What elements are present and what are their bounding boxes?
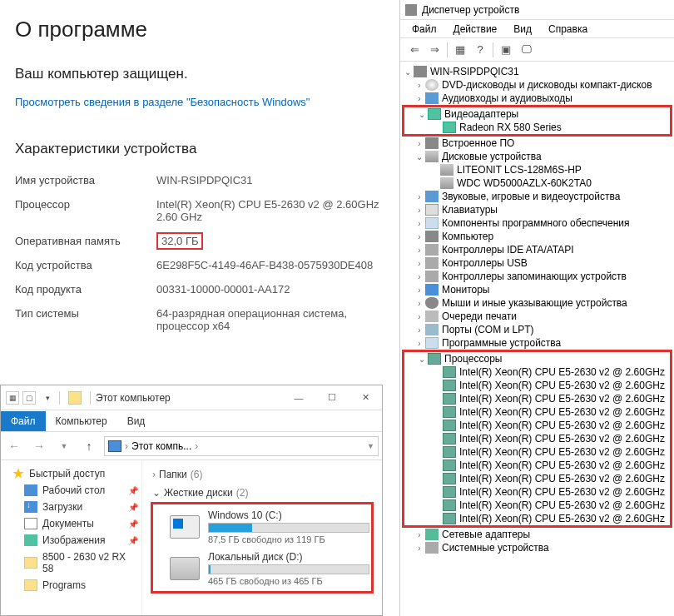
sidebar-downloads[interactable]: Загрузки 📌 <box>1 499 141 515</box>
qat-folder-icon[interactable]: ▢ <box>22 391 36 405</box>
tree-mouse[interactable]: ›Мыши и иные указывающие устройства <box>402 296 672 310</box>
tree-computer[interactable]: ›Компьютер <box>402 230 672 243</box>
toolbar-monitor-icon[interactable]: 🖵 <box>517 41 535 59</box>
tree-firmware[interactable]: ›Встроенное ПО <box>402 137 672 150</box>
menu-help[interactable]: Справка <box>542 22 594 37</box>
nav-up-button[interactable]: ↑ <box>79 436 99 456</box>
tree-cpu-item[interactable]: Intel(R) Xeon(R) CPU E5-2630 v2 @ 2.60GH… <box>404 459 670 472</box>
expand-icon[interactable]: › <box>414 299 425 308</box>
qat-dropdown-icon[interactable]: ▾ <box>41 391 54 405</box>
collapse-icon[interactable]: ⌄ <box>414 152 425 161</box>
expand-icon[interactable]: › <box>414 81 425 90</box>
expand-icon[interactable]: › <box>414 94 425 103</box>
menu-view[interactable]: Вид <box>507 22 538 37</box>
breadcrumb-segment[interactable]: Этот компь... <box>131 440 191 452</box>
security-link[interactable]: Просмотреть сведения в разделе "Безопасн… <box>15 94 384 111</box>
tree-gpu[interactable]: Radeon RX 580 Series <box>404 121 670 134</box>
sidebar-quick-access[interactable]: Быстрый доступ <box>1 465 141 482</box>
collapse-icon[interactable]: ⌄ <box>402 67 414 77</box>
tab-computer[interactable]: Компьютер <box>46 411 117 431</box>
tree-cpu-item[interactable]: Intel(R) Xeon(R) CPU E5-2630 v2 @ 2.60GH… <box>404 445 670 459</box>
expand-icon[interactable]: › <box>414 192 425 201</box>
expand-icon[interactable]: › <box>414 246 425 255</box>
disk-c[interactable]: Windows 10 (C:) 87,5 ГБ свободно из 119 … <box>155 506 369 548</box>
tree-disks[interactable]: ⌄Дисковые устройства <box>402 150 672 163</box>
tree-ide[interactable]: ›Контроллеры IDE ATA/ATAPI <box>402 243 672 256</box>
nav-back-button[interactable]: ← <box>4 436 24 456</box>
tree-cpu-item[interactable]: Intel(R) Xeon(R) CPU E5-2630 v2 @ 2.60GH… <box>404 512 670 525</box>
expand-icon[interactable]: › <box>414 286 425 295</box>
close-button[interactable]: ✕ <box>349 386 382 410</box>
sidebar-documents[interactable]: Документы 📌 <box>1 515 141 532</box>
tree-progdev[interactable]: ›Программные устройства <box>402 336 672 350</box>
sidebar-pictures[interactable]: Изображения 📌 <box>1 532 141 549</box>
tab-file[interactable]: Файл <box>1 411 46 431</box>
qat-properties-icon[interactable]: ▦ <box>6 391 19 405</box>
expand-icon[interactable]: › <box>414 139 425 148</box>
tree-disk-item[interactable]: LITEONIT LCS-128M6S-HP <box>402 163 672 176</box>
expand-icon[interactable]: › <box>414 232 425 241</box>
expand-icon[interactable]: › <box>414 219 425 228</box>
sidebar-folder[interactable]: Programs <box>1 577 141 594</box>
expand-icon[interactable]: › <box>414 312 425 321</box>
tree-sound[interactable]: ›Звуковые, игровые и видеоустройства <box>402 190 672 203</box>
tree-root[interactable]: ⌄ WIN-RSIPDPQIC31 <box>402 65 672 78</box>
tree-cpu-item[interactable]: Intel(R) Xeon(R) CPU E5-2630 v2 @ 2.60GH… <box>404 485 670 499</box>
expand-icon[interactable]: › <box>414 272 425 281</box>
tree-cpu-item[interactable]: Intel(R) Xeon(R) CPU E5-2630 v2 @ 2.60GH… <box>404 405 670 419</box>
tree-cpu-item[interactable]: Intel(R) Xeon(R) CPU E5-2630 v2 @ 2.60GH… <box>404 472 670 485</box>
collapse-icon[interactable]: ⌄ <box>416 110 428 119</box>
minimize-button[interactable]: — <box>282 386 315 410</box>
expand-icon[interactable]: › <box>414 325 425 335</box>
tree-storage[interactable]: ›Контроллеры запоминающих устройств <box>402 270 672 283</box>
expand-icon[interactable]: › <box>414 530 425 539</box>
toolbar-forward-icon[interactable]: ⇒ <box>425 41 444 59</box>
section-folders[interactable]: › Папки (6) <box>151 465 374 484</box>
expand-icon[interactable]: › <box>414 544 425 553</box>
tree-ports[interactable]: ›Порты (COM и LPT) <box>402 323 672 336</box>
tree-print[interactable]: ›Очереди печати <box>402 310 672 323</box>
expand-icon[interactable]: › <box>414 206 425 215</box>
tree-processors[interactable]: ⌄Процессоры <box>404 352 670 365</box>
collapse-icon[interactable]: ⌄ <box>416 355 428 364</box>
nav-history-dropdown[interactable]: ▼ <box>54 436 74 456</box>
tree-cpu-item[interactable]: Intel(R) Xeon(R) CPU E5-2630 v2 @ 2.60GH… <box>404 379 670 392</box>
tree-audio[interactable]: ›Аудиовходы и аудиовыходы <box>402 92 672 105</box>
address-bar[interactable]: › Этот компь... › ▼ <box>104 436 379 456</box>
tree-keyboard[interactable]: ›Клавиатуры <box>402 203 672 216</box>
nav-forward-button[interactable]: → <box>29 436 49 456</box>
maximize-button[interactable]: ☐ <box>315 386 349 410</box>
tree-system[interactable]: ›Системные устройства <box>402 541 672 554</box>
tree-video-adapters[interactable]: ⌄Видеоадаптеры <box>404 107 670 121</box>
tree-usb[interactable]: ›Контроллеры USB <box>402 256 672 270</box>
tab-view[interactable]: Вид <box>117 411 156 431</box>
menu-file[interactable]: Файл <box>405 22 444 37</box>
tree-monitors[interactable]: ›Мониторы <box>402 283 672 296</box>
tree-network[interactable]: ›Сетевые адаптеры <box>402 528 672 541</box>
tree-software[interactable]: ›Компоненты программного обеспечения <box>402 216 672 230</box>
tree-cpu-item[interactable]: Intel(R) Xeon(R) CPU E5-2630 v2 @ 2.60GH… <box>404 499 670 512</box>
section-disks[interactable]: ⌄ Жесткие диски (2) <box>151 484 374 502</box>
toolbar-scan-icon[interactable]: ▣ <box>497 41 515 59</box>
tree-label: WIN-RSIPDPQIC31 <box>430 66 519 77</box>
tree-cpu-item[interactable]: Intel(R) Xeon(R) CPU E5-2630 v2 @ 2.60GH… <box>404 392 670 405</box>
sidebar-folder[interactable]: 8500 - 2630 v2 RX 58 <box>1 549 141 577</box>
tree-cpu-item[interactable]: Intel(R) Xeon(R) CPU E5-2630 v2 @ 2.60GH… <box>404 432 670 445</box>
address-dropdown-icon[interactable]: ▼ <box>367 442 374 450</box>
disk-name: Локальный диск (D:) <box>208 551 369 563</box>
toolbar-view-icon[interactable]: ▦ <box>451 41 469 59</box>
tree-label: Аудиовходы и аудиовыходы <box>442 92 572 104</box>
tree-cpu-item[interactable]: Intel(R) Xeon(R) CPU E5-2630 v2 @ 2.60GH… <box>404 419 670 432</box>
menu-action[interactable]: Действие <box>447 22 504 37</box>
toolbar-back-icon[interactable]: ⇐ <box>405 41 424 59</box>
tree-dvd[interactable]: ›DVD-дисководы и дисководы компакт-диско… <box>402 78 672 92</box>
disk-icon <box>170 557 200 580</box>
tree-cpu-item[interactable]: Intel(R) Xeon(R) CPU E5-2630 v2 @ 2.60GH… <box>404 365 670 379</box>
expand-icon[interactable]: › <box>414 339 425 348</box>
toolbar-help-icon[interactable]: ? <box>471 41 489 59</box>
sidebar-desktop[interactable]: Рабочий стол 📌 <box>1 482 141 499</box>
chevron-right-icon: › <box>195 440 198 452</box>
disk-d[interactable]: Локальный диск (D:) 465 ГБ свободно из 4… <box>155 548 369 589</box>
expand-icon[interactable]: › <box>414 259 425 268</box>
tree-disk-item[interactable]: WDC WD5000AZLX-60K2TA0 <box>402 176 672 190</box>
